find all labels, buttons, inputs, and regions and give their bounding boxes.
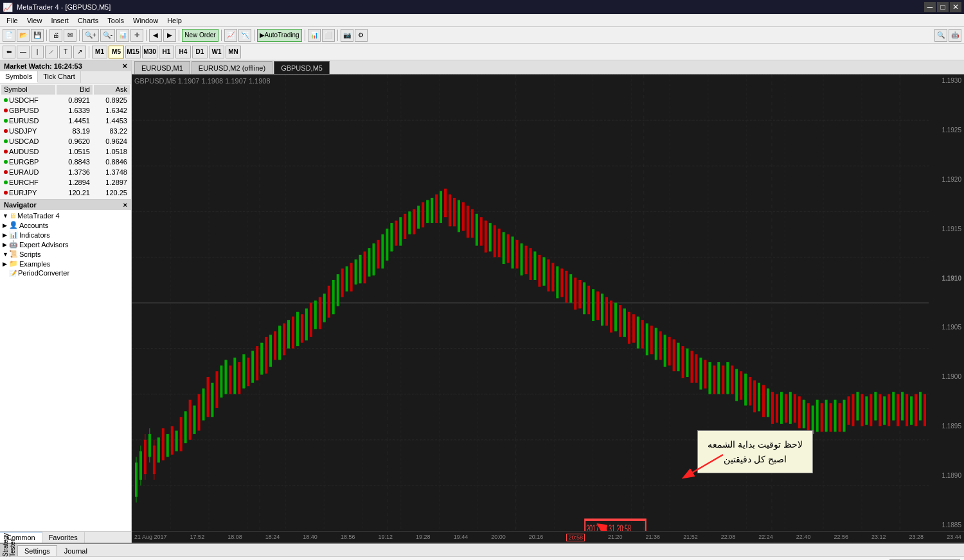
chart-tab-eurusd-m2[interactable]: EURUSD,M2 (offline) bbox=[192, 61, 272, 74]
crosshair-button[interactable]: ✛ bbox=[130, 29, 143, 42]
restore-button[interactable]: □ bbox=[937, 2, 949, 12]
period-m30[interactable]: M30 bbox=[142, 46, 157, 58]
tab-settings[interactable]: Settings bbox=[17, 545, 57, 556]
menu-view[interactable]: View bbox=[23, 15, 46, 26]
zoom-out-button[interactable]: 🔍- bbox=[100, 29, 115, 42]
status-dot bbox=[4, 170, 8, 174]
nav-expert-advisors[interactable]: ▶ 🤖 Expert Advisors bbox=[0, 240, 131, 249]
period-m1[interactable]: M1 bbox=[92, 46, 107, 58]
period-m15[interactable]: M15 bbox=[125, 46, 141, 58]
close-button[interactable]: ✕ bbox=[950, 2, 961, 12]
minimize-button[interactable]: ─ bbox=[924, 2, 936, 12]
market-watch-row[interactable]: GBPUSD 1.6339 1.6342 bbox=[1, 106, 130, 115]
tab-favorites[interactable]: Favorites bbox=[42, 532, 85, 543]
svg-rect-181 bbox=[848, 396, 850, 424]
market-watch-row[interactable]: EURAUD 1.3736 1.3748 bbox=[1, 168, 130, 177]
svg-rect-41 bbox=[220, 365, 222, 398]
menu-file[interactable]: File bbox=[3, 15, 22, 26]
email-button[interactable]: ✉ bbox=[64, 29, 76, 42]
xaxis-label: 22:40 bbox=[796, 534, 811, 541]
period-w1[interactable]: W1 bbox=[209, 46, 224, 58]
market-watch-scroll[interactable]: Symbol Bid Ask USDCHF 0.8921 0.8925 GBPU… bbox=[0, 83, 131, 199]
zoom-in-button[interactable]: 🔍+ bbox=[82, 29, 99, 42]
autotrading-icon: ▶ bbox=[260, 31, 265, 39]
new-button[interactable]: 📄 bbox=[3, 29, 15, 42]
chart-tab-gbpusd-m5[interactable]: GBPUSD,M5 bbox=[274, 61, 330, 74]
save-button[interactable]: 💾 bbox=[31, 29, 44, 42]
svg-rect-68 bbox=[341, 268, 344, 297]
svg-rect-90 bbox=[440, 191, 442, 223]
menu-tools[interactable]: Tools bbox=[103, 15, 128, 26]
indicators-button[interactable]: 📊 bbox=[308, 29, 321, 42]
xaxis-label: 21:36 bbox=[646, 534, 661, 541]
arrow-tool[interactable]: ↗ bbox=[73, 46, 86, 58]
market-watch-row[interactable]: EURUSD 1.4451 1.4453 bbox=[1, 116, 130, 125]
svg-rect-148 bbox=[699, 358, 702, 390]
svg-rect-58 bbox=[296, 312, 299, 346]
nav-period-converter[interactable]: ▶ 📝 PeriodConverter bbox=[0, 268, 131, 277]
tab-tick-chart[interactable]: Tick Chart bbox=[38, 71, 81, 83]
svg-rect-36 bbox=[198, 394, 201, 431]
autotrading-button[interactable]: ▶ AutoTrading bbox=[257, 29, 302, 42]
nav-scripts[interactable]: ▼ 📜 Scripts bbox=[0, 249, 131, 259]
navigator-close[interactable]: × bbox=[123, 201, 127, 209]
xaxis-label: 19:28 bbox=[416, 534, 431, 541]
period-mn[interactable]: MN bbox=[226, 46, 241, 58]
status-dot bbox=[4, 160, 8, 164]
tab-symbols[interactable]: Symbols bbox=[0, 71, 38, 83]
vline-tool[interactable]: | bbox=[31, 46, 44, 58]
chart-down-button[interactable]: 📉 bbox=[238, 29, 251, 42]
objects-button[interactable]: ⬜ bbox=[322, 29, 335, 42]
chart-canvas[interactable]: GBPUSD,M5 1.1907 1.1908 1.1907 1.1908 bbox=[132, 74, 929, 531]
market-watch-row[interactable]: USDCAD 0.9620 0.9624 bbox=[1, 137, 130, 146]
back-button[interactable]: ◀ bbox=[149, 29, 162, 42]
line-tool[interactable]: ⬅ bbox=[3, 46, 15, 58]
hline-tool[interactable]: — bbox=[17, 46, 30, 58]
market-watch-row[interactable]: USDJPY 83.19 83.22 bbox=[1, 127, 130, 136]
menu-charts[interactable]: Charts bbox=[74, 15, 102, 26]
market-watch-row[interactable]: USDCHF 0.8921 0.8925 bbox=[1, 96, 130, 105]
history-center-button[interactable]: 📊 bbox=[116, 29, 129, 42]
expert-button[interactable]: 🤖 bbox=[949, 29, 961, 42]
nav-indicators[interactable]: ▶ 📊 Indicators bbox=[0, 230, 131, 240]
nav-accounts[interactable]: ▶ 👤 Accounts bbox=[0, 220, 131, 230]
svg-rect-93 bbox=[453, 198, 456, 226]
period-h4[interactable]: H4 bbox=[175, 46, 191, 58]
tab-journal[interactable]: Journal bbox=[57, 545, 94, 556]
period-d1[interactable]: D1 bbox=[192, 46, 208, 58]
market-watch-row[interactable]: EURJPY 120.21 120.25 bbox=[1, 188, 130, 197]
nav-examples[interactable]: ▶ 📁 Examples bbox=[0, 259, 131, 268]
period-m5[interactable]: M5 bbox=[109, 46, 124, 58]
y-label-9: 1.1890 bbox=[929, 472, 964, 479]
symbol-cell: EURAUD bbox=[1, 168, 55, 177]
channel-tool[interactable]: ⟋ bbox=[45, 46, 58, 58]
menu-insert[interactable]: Insert bbox=[47, 15, 73, 26]
navigator-content[interactable]: ▼ 🖥 MetaTrader 4 ▶ 👤 Accounts ▶ 📊 Indica… bbox=[0, 210, 131, 531]
menu-help[interactable]: Help bbox=[163, 15, 186, 26]
ask-cell: 120.25 bbox=[94, 188, 130, 197]
nav-label-mt4: MetaTrader 4 bbox=[17, 212, 60, 220]
market-watch-close[interactable]: × bbox=[122, 62, 127, 70]
menu-window[interactable]: Window bbox=[129, 15, 162, 26]
chart-up-button[interactable]: 📈 bbox=[224, 29, 237, 42]
text-tool[interactable]: T bbox=[59, 46, 72, 58]
market-watch-row[interactable]: GBPCHF 1.4575 1.4585 bbox=[1, 198, 130, 199]
options-button[interactable]: ⚙ bbox=[355, 29, 368, 42]
open-button[interactable]: 📂 bbox=[17, 29, 30, 42]
market-watch-row[interactable]: EURGBP 0.8843 0.8846 bbox=[1, 157, 130, 166]
market-watch-row[interactable]: AUDUSD 1.0515 1.0518 bbox=[1, 147, 130, 156]
forward-button[interactable]: ▶ bbox=[163, 29, 176, 42]
svg-rect-28 bbox=[162, 428, 165, 460]
svg-rect-99 bbox=[480, 217, 483, 245]
left-panel: Market Watch: 16:24:53 × Symbols Tick Ch… bbox=[0, 60, 132, 543]
new-order-button[interactable]: New Order bbox=[182, 29, 218, 42]
screenshot-button[interactable]: 📷 bbox=[341, 29, 353, 42]
window-controls[interactable]: ─ □ ✕ bbox=[924, 2, 961, 12]
nav-metatrader4[interactable]: ▼ 🖥 MetaTrader 4 bbox=[0, 211, 131, 220]
chart-tab-eurusd-m1[interactable]: EURUSD,M1 bbox=[134, 61, 190, 74]
market-watch-row[interactable]: EURCHF 1.2894 1.2897 bbox=[1, 178, 130, 187]
print-button[interactable]: 🖨 bbox=[49, 29, 62, 42]
svg-rect-63 bbox=[319, 297, 321, 329]
period-h1[interactable]: H1 bbox=[159, 46, 174, 58]
search-button[interactable]: 🔍 bbox=[934, 29, 947, 42]
